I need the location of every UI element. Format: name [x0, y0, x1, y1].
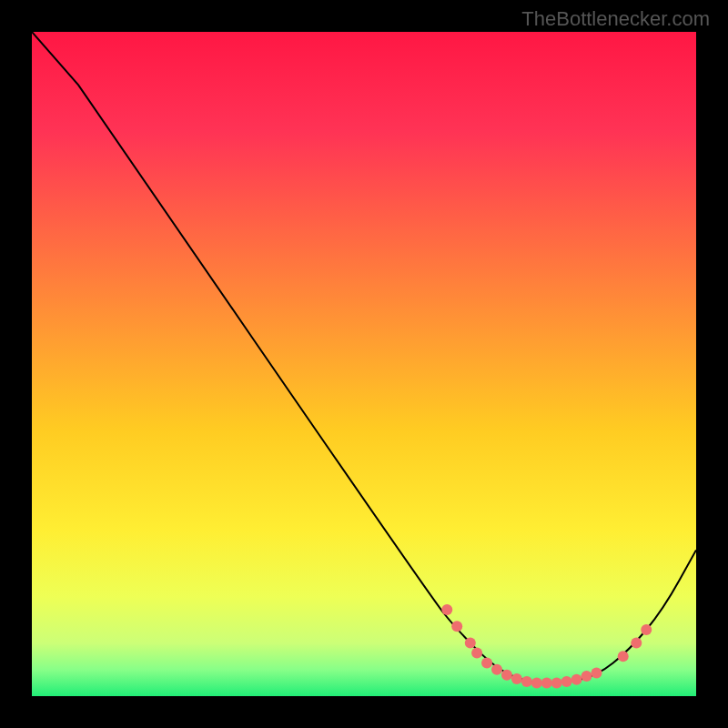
watermark-text: TheBottlenecker.com — [521, 7, 710, 31]
chart-container — [32, 32, 696, 696]
gradient-background — [32, 32, 696, 696]
gradient-rect — [32, 32, 696, 696]
